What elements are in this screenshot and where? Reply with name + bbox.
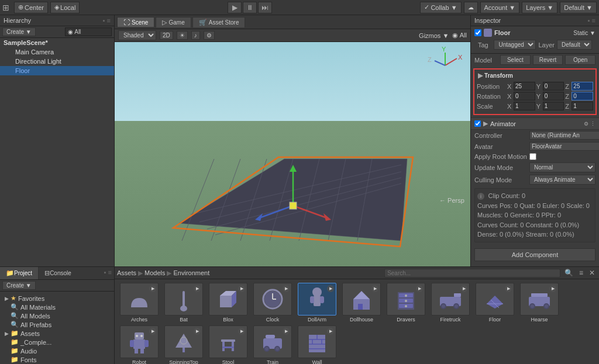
tab-scene[interactable]: ⛶ Scene — [117, 17, 154, 27]
layer-select[interactable]: Default — [557, 40, 592, 50]
asset-robot[interactable]: ▶ Robot — [118, 325, 160, 364]
step-button[interactable]: ⏭ — [258, 2, 272, 13]
tab-console[interactable]: ⊟ Console — [39, 267, 77, 279]
tag-select[interactable]: Untagged — [494, 40, 536, 50]
hierarchy-search[interactable] — [65, 27, 112, 36]
center-area: ⛶ Scene ▷ Game 🛒 Asset Store Shaded 2D ☀… — [115, 15, 470, 266]
animator-component-header[interactable]: ▶ Animator ⚙ ⋮ — [471, 117, 599, 130]
tab-game[interactable]: ▷ Game — [156, 17, 191, 27]
asset-stool[interactable]: ▶ Stool — [207, 325, 249, 364]
breadcrumb-models[interactable]: Models — [144, 269, 165, 276]
layers-btn[interactable]: Layers ▼ — [522, 2, 557, 13]
animator-enabled-checkbox[interactable] — [474, 120, 481, 127]
folder-audio[interactable]: 📁 Audio — [2, 346, 112, 355]
project-create-btn[interactable]: Create ▼ — [2, 281, 36, 290]
lights-btn[interactable]: ☀ — [177, 31, 188, 40]
asset-play-icon[interactable]: ▶ — [194, 328, 201, 335]
layout-btn[interactable]: Default ▼ — [560, 2, 597, 13]
asset-play-icon[interactable]: ▶ — [460, 285, 467, 292]
asset-spinningtop[interactable]: ▶ SpinningTop — [163, 325, 205, 364]
asset-play-icon[interactable]: ▶ — [283, 285, 290, 292]
select-btn[interactable]: Select — [500, 55, 531, 65]
asset-play-icon[interactable]: ▶ — [416, 285, 423, 292]
open-btn[interactable]: Open — [565, 55, 595, 65]
hierarchy-tab[interactable]: Hierarchy — [4, 17, 31, 24]
rot-y-input[interactable] — [543, 92, 564, 100]
project-search-input[interactable] — [384, 269, 560, 278]
account-btn[interactable]: Account ▼ — [480, 2, 520, 13]
tab-asset-store[interactable]: 🛒 Asset Store — [192, 17, 246, 27]
favorites-item[interactable]: ▶ ★ Favorites — [2, 294, 112, 303]
asset-dravers[interactable]: ▶ Dravers — [385, 283, 427, 323]
asset-dollarm[interactable]: ▶ DollArm — [296, 283, 338, 323]
asset-play-icon[interactable]: ▶ — [238, 285, 245, 292]
2d-btn[interactable]: 2D — [160, 31, 173, 40]
add-component-btn[interactable]: Add Component — [474, 248, 595, 261]
asset-play-icon[interactable]: ▶ — [549, 285, 556, 292]
asset-play-icon[interactable]: ▶ — [238, 328, 245, 335]
asset-dollhouse[interactable]: ▶ Dollhouse — [340, 283, 383, 323]
asset-play-icon[interactable]: ▶ — [149, 285, 156, 292]
breadcrumb-assets[interactable]: Assets — [117, 269, 136, 276]
asset-play-icon[interactable]: ▶ — [505, 285, 512, 292]
hierarchy-item-floor[interactable]: Floor — [0, 66, 114, 75]
asset-arches[interactable]: ▶ Arches — [118, 283, 160, 323]
hierarchy-item-directional-light[interactable]: Directional Light — [0, 57, 114, 66]
asset-clock[interactable]: ▶ Clock — [252, 283, 294, 323]
collab-btn[interactable]: ✓ Collab ▼ — [420, 2, 461, 13]
space-btn[interactable]: ◈ Local — [50, 2, 80, 13]
revert-btn[interactable]: Revert — [533, 55, 563, 65]
asset-firetruck[interactable]: ▶ Firetruck — [429, 283, 471, 323]
filter-icon-btn[interactable]: ≡ — [577, 268, 585, 278]
asset-floor[interactable]: ▶ Floor — [474, 283, 516, 323]
tab-project[interactable]: 📁 Project — [0, 267, 39, 279]
search-icon-models: 🔍 — [11, 312, 19, 320]
scale-z-input[interactable] — [572, 102, 593, 110]
folder-comple[interactable]: 📁 _Comple... — [2, 338, 112, 346]
close-search-btn[interactable]: ✕ — [587, 268, 597, 278]
scene-viewport[interactable]: X Y Z ← Persp — [115, 42, 470, 266]
culling-mode-select[interactable]: Always Animate — [529, 175, 595, 185]
asset-play-icon[interactable]: ▶ — [149, 328, 156, 335]
apply-root-motion-checkbox[interactable] — [529, 153, 536, 160]
scale-x-input[interactable] — [514, 102, 535, 110]
pos-z-input[interactable] — [572, 82, 593, 91]
pause-button[interactable]: ⏸ — [243, 2, 257, 13]
breadcrumb-environment[interactable]: Environment — [173, 269, 209, 276]
asset-play-icon[interactable]: ▶ — [194, 285, 201, 292]
asset-play-icon[interactable]: ▶ — [371, 285, 378, 292]
hierarchy-item-main-camera[interactable]: Main Camera — [0, 47, 114, 57]
controller-input[interactable] — [529, 131, 599, 140]
asset-bat[interactable]: ▶ Bat — [163, 283, 205, 323]
pos-x-input[interactable] — [514, 82, 535, 91]
play-button[interactable]: ▶ — [228, 2, 242, 13]
asset-hearse[interactable]: ▶ Hearse — [518, 283, 560, 323]
pos-y-input[interactable] — [543, 82, 564, 91]
fx-btn[interactable]: ⚙ — [204, 31, 215, 40]
asset-play-icon[interactable]: ▶ — [283, 328, 290, 335]
all-prefabs-item[interactable]: 🔍 All Prefabs — [2, 320, 112, 329]
all-materials-item[interactable]: 🔍 All Materials — [2, 303, 112, 311]
cloud-btn[interactable]: ☁ — [464, 2, 478, 13]
audio-btn[interactable]: ♪ — [191, 31, 200, 40]
search-icon-btn[interactable]: 🔍 — [563, 268, 575, 278]
asset-train[interactable]: ▶ Train — [252, 325, 294, 364]
assets-root-item[interactable]: ▶ 📁 Assets — [2, 329, 112, 338]
all-models-item[interactable]: 🔍 All Models — [2, 311, 112, 320]
scale-y-input[interactable] — [543, 102, 564, 110]
object-active-checkbox[interactable] — [474, 29, 481, 36]
shading-dropdown[interactable]: Shaded — [118, 30, 156, 40]
asset-play-icon[interactable]: ▶ — [327, 285, 334, 292]
rot-z-input[interactable] — [572, 92, 593, 100]
panel-options-icon[interactable]: ▪ ≡ — [102, 267, 114, 279]
rot-x-input[interactable] — [514, 92, 535, 100]
asset-wall[interactable]: ▶ Wall — [296, 325, 338, 364]
avatar-input[interactable] — [529, 142, 599, 151]
asset-play-icon[interactable]: ▶ — [327, 328, 334, 335]
asset-blox[interactable]: ▶ Blox — [207, 283, 249, 323]
animator-settings-icon[interactable]: ⚙ ⋮ — [584, 121, 595, 127]
folder-fonts[interactable]: 📁 Fonts — [2, 355, 112, 364]
update-mode-select[interactable]: Normal — [529, 162, 595, 172]
hierarchy-create-btn[interactable]: Create ▼ — [2, 27, 36, 36]
pivot-btn[interactable]: ⊕ Center — [14, 2, 48, 13]
